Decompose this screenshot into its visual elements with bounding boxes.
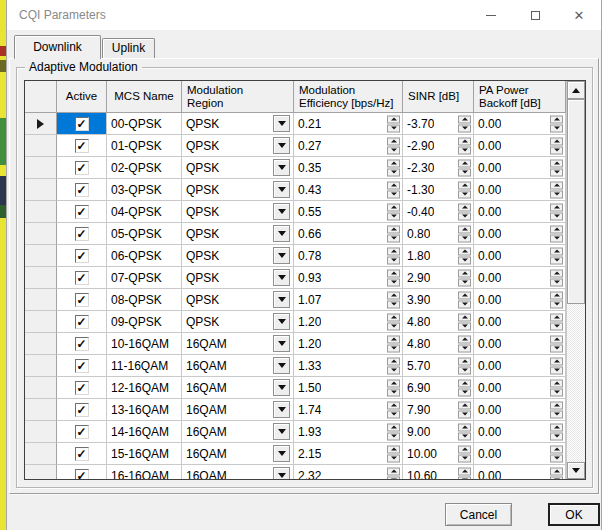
spinner[interactable] (550, 335, 563, 352)
column-header[interactable]: PA Power Backoff [dB] (474, 81, 566, 113)
active-cell[interactable]: ✓ (57, 465, 107, 479)
spin-up-button[interactable] (387, 159, 400, 167)
spin-down-button[interactable] (458, 124, 471, 132)
spin-up-button[interactable] (550, 115, 563, 123)
spin-up-button[interactable] (458, 357, 471, 365)
row-header[interactable] (25, 113, 57, 135)
spin-down-button[interactable] (387, 168, 400, 176)
spin-up-button[interactable] (550, 313, 563, 321)
spinner[interactable] (458, 379, 471, 396)
spinner[interactable] (387, 313, 400, 330)
sinr-spinner[interactable]: 3.90 (403, 289, 474, 311)
spin-down-button[interactable] (550, 234, 563, 242)
spin-down-button[interactable] (387, 432, 400, 440)
active-cell[interactable]: ✓ (57, 355, 107, 377)
modulation-efficiency-spinner[interactable]: 1.20 (294, 311, 403, 333)
combobox-dropdown-button[interactable] (273, 423, 290, 440)
combobox-dropdown-button[interactable] (273, 379, 290, 396)
spin-down-button[interactable] (387, 344, 400, 352)
active-checkbox[interactable]: ✓ (75, 205, 89, 219)
modulation-efficiency-spinner[interactable]: 0.21 (294, 113, 403, 135)
row-header[interactable] (25, 289, 57, 311)
spin-down-button[interactable] (387, 476, 400, 479)
combobox-dropdown-button[interactable] (273, 181, 290, 198)
spin-down-button[interactable] (387, 234, 400, 242)
spin-up-button[interactable] (458, 203, 471, 211)
scroll-up-button[interactable] (567, 81, 585, 99)
spinner[interactable] (458, 313, 471, 330)
sinr-spinner[interactable]: 7.90 (403, 399, 474, 421)
mcs-name-cell[interactable]: 09-QPSK (107, 311, 182, 333)
combobox-dropdown-button[interactable] (273, 401, 290, 418)
spin-up-button[interactable] (387, 291, 400, 299)
spin-down-button[interactable] (387, 300, 400, 308)
pa-power-backoff-spinner[interactable]: 0.00 (474, 267, 566, 289)
active-cell[interactable]: ✓ (57, 135, 107, 157)
spinner[interactable] (550, 467, 563, 479)
spin-up-button[interactable] (458, 115, 471, 123)
active-checkbox[interactable]: ✓ (75, 381, 89, 395)
spin-up-button[interactable] (387, 225, 400, 233)
spin-up-button[interactable] (387, 181, 400, 189)
modulation-efficiency-spinner[interactable]: 1.20 (294, 333, 403, 355)
row-header[interactable] (25, 443, 57, 465)
active-cell[interactable]: ✓ (57, 443, 107, 465)
spinner[interactable] (387, 137, 400, 154)
pa-power-backoff-spinner[interactable]: 0.00 (474, 179, 566, 201)
row-header[interactable] (25, 355, 57, 377)
modulation-region-combobox[interactable]: 16QAM (182, 333, 294, 355)
spin-up-button[interactable] (550, 401, 563, 409)
spin-up-button[interactable] (550, 467, 563, 475)
spinner[interactable] (387, 401, 400, 418)
spin-up-button[interactable] (387, 401, 400, 409)
mcs-name-cell[interactable]: 06-QPSK (107, 245, 182, 267)
column-header[interactable]: SINR [dB] (403, 81, 474, 113)
spin-down-button[interactable] (550, 432, 563, 440)
modulation-region-combobox[interactable]: 16QAM (182, 399, 294, 421)
combobox-dropdown-button[interactable] (273, 445, 290, 462)
spin-up-button[interactable] (550, 423, 563, 431)
modulation-efficiency-spinner[interactable]: 0.35 (294, 157, 403, 179)
spin-up-button[interactable] (550, 247, 563, 255)
spinner[interactable] (550, 225, 563, 242)
spin-down-button[interactable] (387, 388, 400, 396)
spin-up-button[interactable] (387, 335, 400, 343)
modulation-region-combobox[interactable]: QPSK (182, 113, 294, 135)
spin-down-button[interactable] (458, 300, 471, 308)
pa-power-backoff-spinner[interactable]: 0.00 (474, 355, 566, 377)
active-cell[interactable]: ✓ (57, 223, 107, 245)
spinner[interactable] (387, 445, 400, 462)
mcs-name-cell[interactable]: 02-QPSK (107, 157, 182, 179)
active-cell[interactable]: ✓ (57, 377, 107, 399)
spin-down-button[interactable] (550, 454, 563, 462)
title-bar[interactable]: CQI Parameters ✕ (7, 0, 601, 30)
modulation-efficiency-spinner[interactable]: 0.55 (294, 201, 403, 223)
row-header[interactable] (25, 157, 57, 179)
spin-down-button[interactable] (550, 124, 563, 132)
sinr-spinner[interactable]: 4.80 (403, 311, 474, 333)
spin-up-button[interactable] (458, 401, 471, 409)
maximize-button[interactable] (513, 0, 557, 30)
spin-up-button[interactable] (387, 115, 400, 123)
spin-down-button[interactable] (458, 454, 471, 462)
spinner[interactable] (387, 269, 400, 286)
spinner[interactable] (387, 247, 400, 264)
mcs-name-cell[interactable]: 01-QPSK (107, 135, 182, 157)
spin-down-button[interactable] (550, 278, 563, 286)
combobox-dropdown-button[interactable] (273, 335, 290, 352)
mcs-name-cell[interactable]: 15-16QAM (107, 443, 182, 465)
spin-down-button[interactable] (550, 168, 563, 176)
spin-down-button[interactable] (387, 454, 400, 462)
modulation-region-combobox[interactable]: 16QAM (182, 443, 294, 465)
scroll-down-button[interactable] (567, 462, 585, 479)
sinr-spinner[interactable]: 1.80 (403, 245, 474, 267)
close-button[interactable]: ✕ (557, 0, 601, 30)
combobox-dropdown-button[interactable] (273, 159, 290, 176)
pa-power-backoff-spinner[interactable]: 0.00 (474, 311, 566, 333)
spin-down-button[interactable] (458, 278, 471, 286)
modulation-efficiency-spinner[interactable]: 1.74 (294, 399, 403, 421)
pa-power-backoff-spinner[interactable]: 0.00 (474, 289, 566, 311)
spin-down-button[interactable] (458, 234, 471, 242)
column-header[interactable]: Active (57, 81, 107, 113)
spin-up-button[interactable] (458, 423, 471, 431)
